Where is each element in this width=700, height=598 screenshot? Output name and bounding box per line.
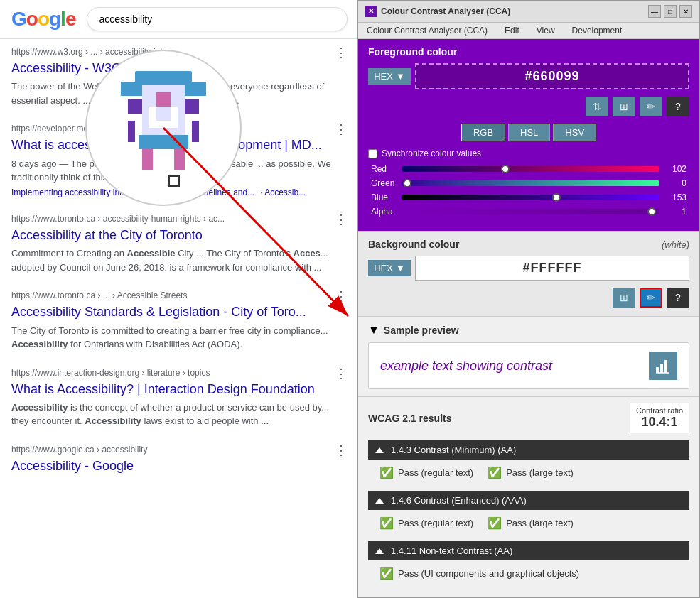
blue-slider-thumb[interactable]: [552, 193, 561, 202]
eyedropper-icon-btn[interactable]: ✏: [640, 97, 662, 116]
pass-label-143-regular: Pass (regular text): [398, 467, 473, 478]
alpha-slider-row: Alpha 1: [371, 207, 686, 217]
google-logo: Google: [11, 8, 75, 31]
result-url: https://www.google.ca › accessibility: [11, 445, 147, 455]
wcag-criterion-146-body: ✅ Pass (regular text) ✅ Pass (large text…: [368, 511, 689, 536]
result-title[interactable]: Accessibility at the City of Toronto: [11, 227, 348, 244]
sync-label: Synchronize colour values: [382, 148, 481, 158]
svg-rect-15: [174, 149, 185, 170]
green-slider-track[interactable]: [402, 180, 659, 186]
background-hex-input[interactable]: #FFFFFF: [415, 256, 689, 281]
adjust-icon-btn[interactable]: ⊞: [613, 97, 635, 116]
more-options-btn[interactable]: ⋮: [335, 212, 348, 227]
result-url: https://www.toronto.ca › ... › Accessibl…: [11, 290, 187, 300]
svg-rect-21: [664, 360, 667, 373]
search-input[interactable]: [87, 7, 348, 31]
pass-regular-text-143: ✅ Pass (regular text): [379, 466, 473, 479]
url-row: https://www.toronto.ca › accessibility-h…: [11, 212, 348, 227]
svg-rect-2: [121, 82, 142, 96]
menu-item-edit[interactable]: Edit: [502, 24, 522, 37]
help-icon-btn[interactable]: ?: [667, 97, 689, 116]
sample-preview-title: Sample preview: [384, 325, 459, 336]
pass-label-1411: Pass (UI components and graphical object…: [398, 568, 579, 579]
foreground-section-title: Foreground colour: [368, 46, 689, 58]
more-options-btn[interactable]: ⋮: [335, 442, 348, 458]
svg-rect-14: [142, 149, 153, 170]
result-title[interactable]: Accessibility - Google: [11, 458, 348, 474]
result-url: https://www.interaction-design.org › lit…: [11, 368, 210, 378]
maximize-button[interactable]: □: [664, 5, 677, 18]
menu-item-development[interactable]: Development: [569, 24, 625, 37]
red-slider-track[interactable]: [402, 166, 659, 172]
wcag-header-row: WCAG 2.1 results Contrast ratio 10.4:1: [368, 403, 689, 433]
result-sublink[interactable]: · Accessib...: [260, 187, 306, 197]
alpha-slider-thumb[interactable]: [647, 207, 656, 216]
tab-rgb[interactable]: RGB: [461, 124, 505, 141]
a11y-logo-svg: [99, 64, 227, 192]
dropdown-arrow-icon: ▼: [396, 71, 405, 82]
swap-icon-btn[interactable]: ⇅: [586, 97, 608, 116]
result-title[interactable]: What is Accessibility? | Interaction Des…: [11, 381, 348, 398]
wcag-criterion-1411[interactable]: 1.4.11 Non-text Contrast (AA): [368, 541, 689, 560]
sample-header: ▼ Sample preview: [368, 324, 689, 337]
svg-rect-12: [192, 121, 199, 142]
svg-rect-3: [185, 82, 206, 96]
sync-checkbox[interactable]: [368, 149, 377, 158]
close-button[interactable]: ✕: [679, 5, 692, 18]
cca-panel: ✕ Colour Contrast Analyser (CCA) — □ ✕ C…: [357, 0, 700, 598]
background-section: Background colour (white) HEX ▼ #FFFFFF …: [358, 231, 699, 316]
red-slider-thumb[interactable]: [501, 165, 510, 173]
background-format-dropdown[interactable]: HEX ▼: [368, 260, 411, 276]
chart-view-btn[interactable]: [649, 352, 677, 380]
pass-ui-1411: ✅ Pass (UI components and graphical obje…: [379, 567, 579, 580]
result-item: https://www.interaction-design.org › lit…: [11, 366, 348, 428]
bg-help-icon-btn[interactable]: ?: [667, 288, 689, 308]
cca-menubar: Colour Contrast Analyser (CCA) Edit View…: [358, 23, 699, 39]
more-options-btn[interactable]: ⋮: [335, 366, 348, 381]
blue-slider-label: Blue: [371, 192, 397, 202]
wcag-criterion-146[interactable]: 1.4.6 Contrast (Enhanced) (AAA): [368, 491, 689, 510]
menu-item-view[interactable]: View: [534, 24, 558, 37]
foreground-section: Foreground colour HEX ▼ #660099 ⇅ ⊞ ✏ ? …: [358, 39, 699, 231]
pass-regular-text-146: ✅ Pass (regular text): [379, 516, 473, 530]
result-title[interactable]: Accessibility Standards & Legislation - …: [11, 304, 348, 320]
red-slider-label: Red: [371, 164, 397, 174]
sample-preview-box: example text showing contrast: [368, 342, 689, 389]
more-options-btn[interactable]: ⋮: [335, 45, 348, 60]
tab-hsl[interactable]: HSL: [508, 124, 550, 141]
blue-slider-row: Blue 153: [371, 192, 686, 202]
alpha-slider-track[interactable]: [402, 209, 659, 214]
svg-rect-7: [171, 107, 178, 128]
criterion-label-1411: 1.4.11 Non-text Contrast (AA): [391, 545, 512, 556]
more-options-btn[interactable]: ⋮: [335, 288, 348, 304]
sync-row: Synchronize colour values: [368, 148, 689, 158]
svg-rect-11: [128, 121, 135, 142]
criterion-expand-icon: [375, 447, 384, 453]
menu-item-cca[interactable]: Colour Contrast Analyser (CCA): [364, 24, 490, 37]
green-slider-thumb[interactable]: [403, 179, 411, 187]
wcag-criterion-143-body: ✅ Pass (regular text) ✅ Pass (large text…: [368, 460, 689, 485]
foreground-hex-input[interactable]: #660099: [415, 63, 689, 89]
criterion-label-143: 1.4.3 Contrast (Minimum) (AA): [391, 445, 516, 455]
bg-dropdown-arrow-icon: ▼: [396, 263, 405, 273]
pass-icon-146-large: ✅: [488, 516, 502, 530]
svg-rect-10: [185, 99, 199, 114]
tab-hsv[interactable]: HSV: [553, 124, 596, 141]
wcag-criterion-143[interactable]: 1.4.3 Contrast (Minimum) (AA): [368, 440, 689, 460]
blue-slider-track[interactable]: [402, 195, 659, 200]
pass-label-146-large: Pass (large text): [506, 518, 574, 528]
result-snippet: The City of Toronto is committed to crea…: [11, 324, 348, 352]
pass-large-text-146: ✅ Pass (large text): [488, 516, 574, 530]
criterion-expand-icon-1411: [375, 548, 384, 554]
more-options-btn[interactable]: ⋮: [335, 121, 348, 137]
red-slider-value: 102: [665, 164, 686, 174]
bg-eyedropper-icon-btn[interactable]: ✏: [640, 288, 662, 308]
foreground-format-dropdown[interactable]: HEX ▼: [368, 68, 411, 85]
minimize-button[interactable]: —: [648, 5, 661, 18]
green-slider-label: Green: [371, 178, 397, 188]
bg-adjust-icon-btn[interactable]: ⊞: [613, 288, 635, 308]
svg-rect-16: [169, 176, 179, 186]
criterion-label-146: 1.4.6 Contrast (Enhanced) (AAA): [391, 495, 527, 506]
criterion-expand-icon-146: [375, 498, 384, 504]
pass-icon-143-large: ✅: [488, 466, 502, 479]
